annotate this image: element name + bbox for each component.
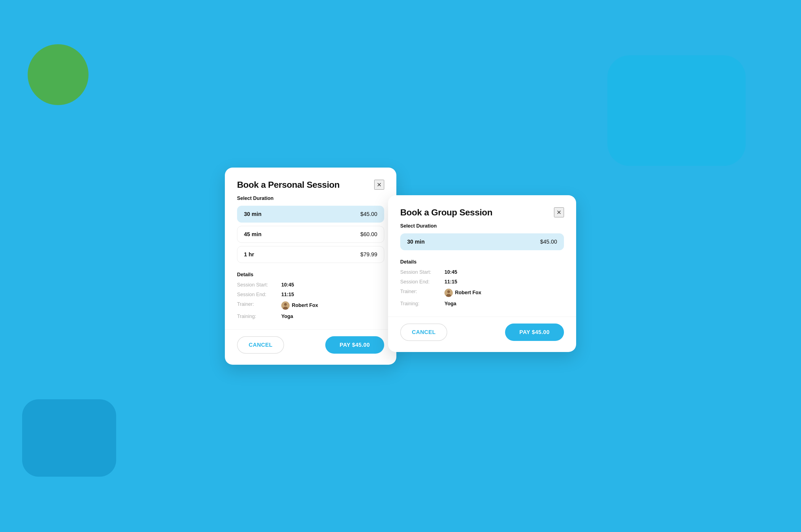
dialogs-wrapper: Book a Personal Session × Select Duratio… <box>225 168 576 365</box>
group-details-grid: Session Start: 10:45 Session End: 11:15 … <box>400 269 564 307</box>
group-duration-30min[interactable]: 30 min $45.00 <box>400 233 564 250</box>
personal-details-label: Details <box>237 272 384 278</box>
personal-select-duration-label: Select Duration <box>237 195 384 201</box>
personal-dialog-body: Select Duration 30 min $45.00 45 min $60… <box>225 195 396 326</box>
group-trainer-key: Trainer: <box>400 289 445 297</box>
svg-point-1 <box>284 303 287 306</box>
personal-duration-30min-label: 30 min <box>244 211 261 217</box>
personal-close-button[interactable]: × <box>374 180 384 190</box>
background-blob-green <box>27 44 89 105</box>
group-session-end-key: Session End: <box>400 279 445 285</box>
personal-session-end-key: Session End: <box>237 292 281 298</box>
group-cancel-button[interactable]: CANCEL <box>400 324 447 341</box>
group-dialog-title: Book a Group Session <box>400 207 492 217</box>
background-blob-teal <box>608 55 746 166</box>
personal-trainer-avatar <box>281 301 290 310</box>
personal-duration-options: 30 min $45.00 45 min $60.00 1 hr $79.99 <box>237 206 384 263</box>
group-select-duration-label: Select Duration <box>400 223 564 229</box>
group-training-value: Yoga <box>445 301 564 307</box>
group-details-section: Details Session Start: 10:45 Session End… <box>400 259 564 307</box>
group-dialog-header: Book a Group Session × <box>388 195 576 223</box>
group-session-dialog: Book a Group Session × Select Duration 3… <box>388 195 576 352</box>
group-trainer-value: Robert Fox <box>445 289 564 297</box>
group-duration-options: 30 min $45.00 <box>400 233 564 250</box>
group-session-end-value: 11:15 <box>445 279 564 285</box>
personal-dialog-title: Book a Personal Session <box>237 180 340 190</box>
group-pay-button[interactable]: PAY $45.00 <box>505 324 564 341</box>
personal-dialog-footer: CANCEL PAY $45.00 <box>225 329 396 365</box>
group-duration-30min-price: $45.00 <box>540 239 557 245</box>
personal-duration-45min[interactable]: 45 min $60.00 <box>237 226 384 243</box>
personal-duration-30min-price: $45.00 <box>360 211 377 217</box>
group-close-button[interactable]: × <box>554 207 564 217</box>
group-duration-30min-label: 30 min <box>407 239 425 245</box>
group-training-key: Training: <box>400 301 445 307</box>
group-details-label: Details <box>400 259 564 265</box>
group-trainer-avatar <box>445 289 453 297</box>
personal-duration-30min[interactable]: 30 min $45.00 <box>237 206 384 223</box>
group-dialog-body: Select Duration 30 min $45.00 Details Se… <box>388 223 576 313</box>
personal-session-start-value: 10:45 <box>281 282 384 288</box>
svg-point-4 <box>447 290 450 293</box>
personal-duration-1hr[interactable]: 1 hr $79.99 <box>237 246 384 263</box>
personal-dialog-header: Book a Personal Session × <box>225 168 396 195</box>
group-session-start-value: 10:45 <box>445 269 564 275</box>
personal-trainer-key: Trainer: <box>237 301 281 310</box>
personal-session-start-key: Session Start: <box>237 282 281 288</box>
personal-session-dialog: Book a Personal Session × Select Duratio… <box>225 168 396 365</box>
personal-details-grid: Session Start: 10:45 Session End: 11:15 … <box>237 282 384 319</box>
group-session-start-key: Session Start: <box>400 269 445 275</box>
personal-cancel-button[interactable]: CANCEL <box>237 336 284 354</box>
personal-details-section: Details Session Start: 10:45 Session End… <box>237 272 384 319</box>
personal-duration-45min-price: $60.00 <box>360 231 377 238</box>
personal-duration-45min-label: 45 min <box>244 231 261 238</box>
background-blob-dark <box>22 399 116 477</box>
personal-pay-button[interactable]: PAY $45.00 <box>325 336 384 354</box>
personal-trainer-value: Robert Fox <box>281 301 384 310</box>
personal-duration-1hr-price: $79.99 <box>360 251 377 258</box>
group-trainer-name: Robert Fox <box>455 290 481 296</box>
personal-training-key: Training: <box>237 314 281 319</box>
personal-trainer-name: Robert Fox <box>292 303 318 308</box>
personal-duration-1hr-label: 1 hr <box>244 251 254 258</box>
personal-training-value: Yoga <box>281 314 384 319</box>
group-dialog-footer: CANCEL PAY $45.00 <box>388 317 576 352</box>
personal-session-end-value: 11:15 <box>281 292 384 298</box>
